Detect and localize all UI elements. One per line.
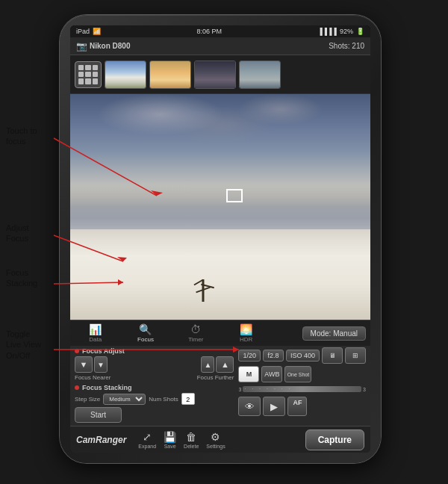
awb-btn[interactable]: AWB	[261, 366, 282, 382]
save-button[interactable]: 💾 Save	[164, 431, 176, 449]
view-mode-buttons: 👁 ▶ AF	[238, 397, 366, 416]
shutter-speed-btn[interactable]: 1/20	[238, 350, 261, 362]
focus-direction-labels: Focus Nearer Focus Further	[75, 374, 234, 381]
tab-data[interactable]: 📊 Data	[70, 320, 120, 346]
focus-nearer-small-btn[interactable]: ▼	[94, 356, 108, 373]
status-bar: iPad 📶 8:06 PM ▐▐▐▐ 92% 🔋	[70, 25, 370, 37]
grid-view-button[interactable]	[75, 61, 102, 88]
stacking-options-row: Step Size Medium Small Large Num Shots 2	[75, 393, 234, 405]
capture-button[interactable]: Capture	[305, 429, 364, 450]
thumb-orange-img	[150, 61, 190, 88]
adjust-focus-text: AdjustFocus	[6, 223, 29, 243]
app-logo: 📷 Nikon D800	[76, 41, 130, 52]
tab-focus[interactable]: 🔍 Focus	[120, 320, 170, 346]
live-view-eye-btn[interactable]: 👁	[238, 397, 261, 416]
thumb-wildlife-img	[240, 61, 280, 88]
af-button[interactable]: AF	[287, 397, 307, 416]
tab-focus-label: Focus	[137, 336, 154, 343]
focus-nearer-large-btn[interactable]: ▼	[75, 356, 93, 373]
focus-adjust-label: Focus Adjust	[82, 347, 125, 355]
focus-stacking-text: FocusStacking	[6, 268, 37, 288]
thumb-landscape-img	[105, 61, 146, 88]
signal-icon: ▐▐▐▐	[317, 28, 337, 35]
camera-model-label: Nikon D800	[90, 42, 130, 50]
ipad-screen: iPad 📶 8:06 PM ▐▐▐▐ 92% 🔋 📷 Nikon D800	[70, 25, 370, 453]
save-icon: 💾	[164, 431, 176, 443]
expand-button[interactable]: ⤢ Expand	[138, 431, 156, 449]
delete-button[interactable]: 🗑 Delete	[184, 431, 199, 449]
camera-model-icon: 📷	[76, 41, 87, 52]
battery-label: 92%	[340, 28, 353, 35]
monitor-icon-btn[interactable]: 🖥	[322, 347, 343, 364]
thumbnail-strip	[70, 55, 370, 94]
mode-button[interactable]: Mode: Manual	[302, 326, 366, 341]
focus-nearer-group: ▼ ▼	[75, 356, 108, 373]
focus-stacking-red-dot	[75, 385, 79, 390]
cloud-overlay	[70, 94, 370, 196]
toolbar-actions: ⤢ Expand 💾 Save 🗑 Delete	[138, 431, 225, 449]
battery-icon: 🔋	[356, 28, 364, 35]
annotation-focus-stacking: FocusStacking	[6, 267, 37, 289]
thumbnail-3[interactable]	[194, 60, 236, 89]
start-button[interactable]: Start	[75, 407, 122, 423]
timer-tab-icon: ⏱	[190, 323, 201, 335]
settings-label: Settings	[206, 444, 225, 449]
settings-button[interactable]: ⚙ Settings	[206, 431, 225, 449]
focus-adjust-red-dot	[75, 349, 79, 353]
annotation-toggle-live-view: ToggleLive ViewOn/Off	[6, 329, 41, 361]
focus-stacking-label: Focus Stacking	[82, 384, 132, 391]
thumbnail-2[interactable]	[149, 60, 191, 89]
tab-data-label: Data	[89, 336, 102, 343]
video-icon: ▶	[270, 401, 278, 412]
ipad-device: iPad 📶 8:06 PM ▐▐▐▐ 92% 🔋 📷 Nikon D800	[60, 15, 381, 463]
tab-bar: 📊 Data 🔍 Focus ⏱ Timer 🌅	[70, 320, 370, 346]
focus-further-small-btn[interactable]: ▲	[201, 356, 214, 373]
delete-label: Delete	[184, 444, 199, 449]
grid-icon-btn[interactable]: ⊞	[345, 347, 366, 364]
focus-left-panel: Focus Adjust ▼ ▼ ▲ ▲	[75, 347, 234, 423]
device-label: iPad	[76, 28, 90, 35]
focus-right-panel: 1/20 f2.8 ISO 400 🖥 ⊞ M	[238, 347, 366, 423]
iso-btn[interactable]: ISO 400	[286, 350, 320, 362]
wifi-icon: 📶	[93, 28, 101, 35]
shooting-mode-row: M AWB One Shot	[238, 366, 366, 382]
controls-panel: 📊 Data 🔍 Focus ⏱ Timer 🌅	[70, 320, 370, 453]
one-shot-btn[interactable]: One Shot	[284, 366, 311, 382]
video-mode-btn[interactable]: ▶	[263, 397, 285, 416]
live-view-background	[70, 94, 370, 320]
one-shot-label: One Shot	[287, 372, 310, 377]
tab-hdr[interactable]: 🌅 HDR	[221, 320, 271, 346]
mode-m-label: M	[246, 370, 252, 378]
focus-further-group: ▲ ▲	[201, 356, 234, 373]
thumbnail-1[interactable]	[105, 60, 146, 89]
exposure-row: 1/20 f2.8 ISO 400 🖥 ⊞	[238, 347, 366, 364]
focus-controls-area: Focus Adjust ▼ ▼ ▲ ▲	[70, 346, 370, 426]
tab-timer[interactable]: ⏱ Timer	[171, 320, 221, 346]
save-label: Save	[164, 444, 176, 449]
scale-min: 3	[238, 387, 241, 392]
focus-stacking-label-row: Focus Stacking	[75, 384, 234, 391]
focus-adjust-buttons: ▼ ▼ ▲ ▲	[75, 356, 234, 373]
delete-icon: 🗑	[186, 431, 196, 443]
tab-hdr-label: HDR	[240, 336, 252, 343]
data-tab-icon: 📊	[89, 323, 102, 335]
focus-further-large-btn[interactable]: ▲	[216, 356, 234, 373]
brand-name: CamRanger	[76, 435, 126, 445]
status-right: ▐▐▐▐ 92% 🔋	[317, 28, 364, 35]
thumb-dark-img	[195, 61, 235, 88]
num-shots-value: 2	[181, 393, 195, 405]
tab-timer-label: Timer	[188, 336, 203, 343]
tree-silhouette	[184, 268, 222, 302]
live-view[interactable]	[70, 94, 370, 320]
aperture-btn[interactable]: f2.8	[263, 350, 284, 362]
focus-nearer-label: Focus Nearer	[75, 374, 111, 381]
shots-count: Shots: 210	[329, 42, 364, 50]
step-size-label: Step Size	[75, 396, 100, 403]
thumbnail-4[interactable]	[239, 60, 281, 89]
eye-icon: 👁	[245, 401, 255, 412]
mode-m-btn[interactable]: M	[238, 366, 259, 382]
hdr-tab-icon: 🌅	[240, 323, 252, 335]
focus-indicator-box	[226, 189, 243, 202]
app-header: 📷 Nikon D800 Shots: 210	[70, 37, 370, 55]
step-size-select[interactable]: Medium Small Large	[103, 394, 146, 405]
